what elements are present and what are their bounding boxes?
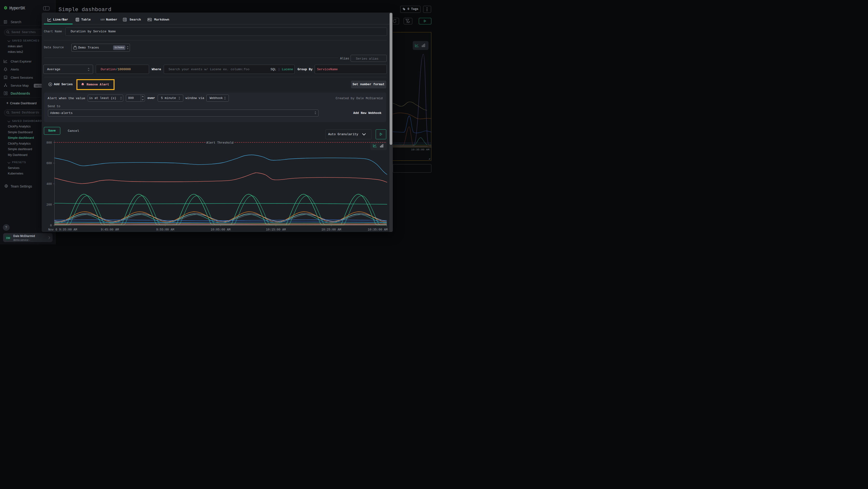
- svg-text:9:55:00 AM: 9:55:00 AM: [156, 228, 174, 231]
- svg-text:600: 600: [46, 162, 52, 165]
- svg-text:400: 400: [46, 182, 52, 186]
- svg-text:Alert Threshold: Alert Threshold: [206, 141, 234, 145]
- svg-text:10:35:00 AM: 10:35:00 AM: [368, 228, 388, 231]
- svg-text:9:45:00 AM: 9:45:00 AM: [101, 228, 119, 231]
- svg-text:10:15:00 AM: 10:15:00 AM: [266, 228, 286, 231]
- svg-text:800: 800: [46, 141, 52, 145]
- svg-text:10:25:00 AM: 10:25:00 AM: [321, 228, 341, 231]
- svg-text:Nov 6 9:35:00 AM: Nov 6 9:35:00 AM: [48, 228, 77, 231]
- svg-text:200: 200: [46, 203, 52, 207]
- svg-text:10:05:00 AM: 10:05:00 AM: [211, 228, 230, 231]
- svg-text:0: 0: [50, 224, 52, 227]
